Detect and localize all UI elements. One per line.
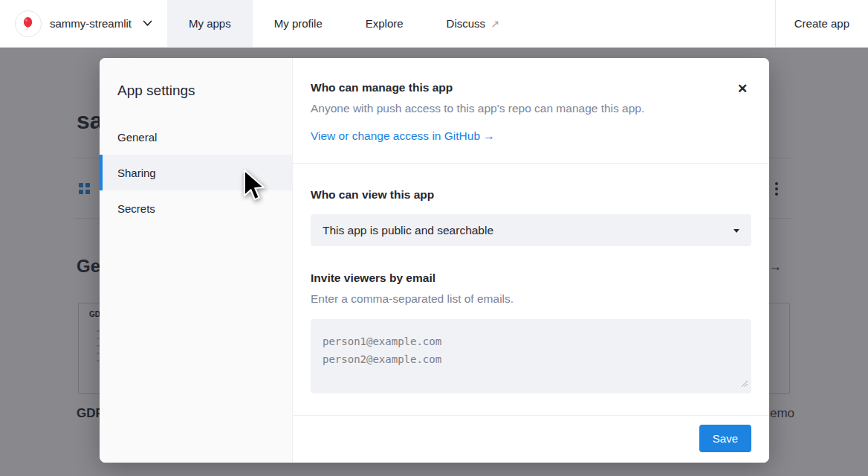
manage-section-description: Anyone with push access to this app's re… — [311, 102, 725, 115]
resize-handle[interactable] — [741, 377, 748, 390]
sidebar-item-sharing[interactable]: Sharing — [100, 155, 292, 190]
top-navbar: sammy-streamlit My apps My profile Explo… — [0, 0, 868, 48]
sidebar-item-secrets[interactable]: Secrets — [100, 190, 292, 226]
tab-explore[interactable]: Explore — [344, 0, 425, 47]
tab-label: Explore — [366, 17, 404, 30]
sidebar-item-label: General — [117, 131, 157, 144]
save-button[interactable]: Save — [699, 425, 751, 452]
tab-label: My apps — [189, 17, 231, 30]
tab-label: Discuss — [447, 17, 486, 30]
invite-emails-textarea[interactable] — [311, 319, 751, 393]
tab-my-profile[interactable]: My profile — [253, 0, 344, 47]
create-app-button[interactable]: Create app — [775, 0, 868, 47]
external-link-icon: ↗ — [490, 18, 499, 30]
create-app-label: Create app — [794, 17, 849, 30]
invite-section-description: Enter a comma-separated list of emails. — [311, 292, 751, 306]
manage-section: Who can manage this app Anyone with push… — [293, 58, 769, 164]
nav-tabs: My apps My profile Explore Discuss ↗ — [167, 0, 521, 47]
tab-discuss[interactable]: Discuss ↗ — [425, 0, 521, 47]
settings-title: App settings — [100, 58, 292, 119]
navbar-right: Create app — [775, 0, 868, 47]
sidebar-item-label: Secrets — [117, 202, 155, 215]
app-settings-modal: App settings General Sharing Secrets Who… — [100, 58, 769, 463]
sidebar-item-label: Sharing — [117, 167, 156, 179]
workspace-switcher[interactable]: sammy-streamlit — [0, 0, 167, 47]
tab-my-apps[interactable]: My apps — [167, 0, 253, 47]
visibility-dropdown-value: This app is public and searchable — [323, 224, 493, 237]
invite-emails-field-wrap — [311, 319, 751, 393]
modal-footer: Save — [293, 415, 769, 463]
view-section-title: Who can view this app — [311, 188, 751, 202]
chevron-down-icon — [143, 20, 152, 27]
settings-sidebar: App settings General Sharing Secrets — [100, 58, 293, 463]
balloon-icon — [20, 16, 36, 32]
visibility-dropdown[interactable]: This app is public and searchable — [311, 214, 751, 246]
streamlit-balloon-logo — [15, 10, 42, 37]
manage-section-title: Who can manage this app — [311, 81, 725, 94]
tab-label: My profile — [274, 17, 323, 30]
close-icon[interactable]: ✕ — [735, 81, 750, 96]
view-section: Who can view this app This app is public… — [293, 164, 769, 415]
sidebar-item-general[interactable]: General — [100, 119, 292, 155]
invite-section-title: Invite viewers by email — [311, 271, 751, 285]
workspace-name: sammy-streamlit — [50, 17, 132, 30]
github-access-link[interactable]: View or change access in GitHub → — [311, 129, 495, 143]
chevron-down-icon — [733, 229, 739, 233]
settings-main-panel: Who can manage this app Anyone with push… — [293, 58, 769, 463]
